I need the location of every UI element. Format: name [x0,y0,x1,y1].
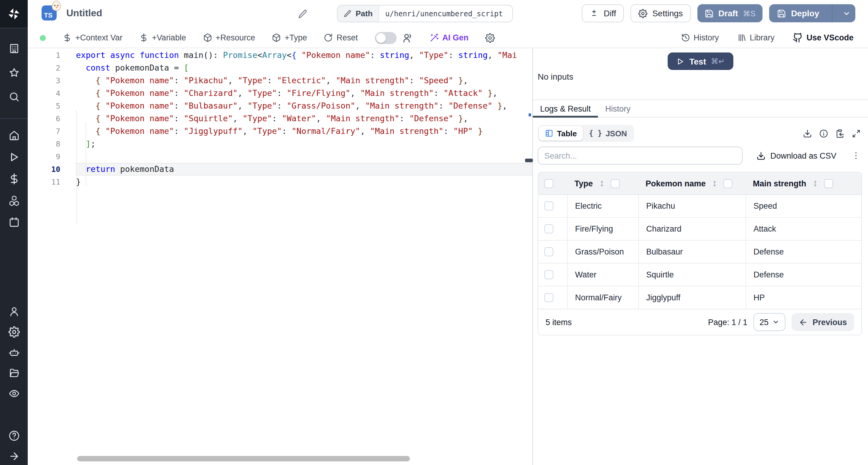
sidebar-item-search[interactable] [0,84,28,109]
table-cell: Defense [746,264,861,286]
download-icon[interactable] [803,129,812,138]
row-checkbox[interactable] [544,247,553,256]
add-variable-button[interactable]: +Variable [139,33,186,42]
sidebar-item-help[interactable] [0,425,28,446]
sidebar-item-favorites[interactable] [0,60,28,84]
code-line-2[interactable]: 2 const pokemonData = [ [28,61,532,74]
add-resource-button[interactable]: +Resource [203,33,255,42]
info-icon[interactable] [819,129,828,138]
sidebar-item-expand-sidebar[interactable] [0,446,28,465]
ai-gen-button[interactable]: AI Gen [430,33,468,42]
diff-button[interactable]: Diff [582,4,624,22]
column-filter-toggle[interactable] [610,179,619,188]
ai-gen-label: AI Gen [442,33,468,42]
sidebar-item-workspace[interactable] [0,36,28,60]
code-line-11[interactable]: 11} [28,175,532,188]
edit-title-icon[interactable] [298,9,307,19]
toolbar-right: History Library Use VScode [681,33,854,43]
dollar-icon [139,33,148,42]
header-actions: Diff Settings Draft ⌘S Deploy [582,4,855,22]
table-cell: Bulbasaur [638,241,746,263]
indent-guide [86,122,86,186]
play-icon [8,151,20,163]
select-all-checkbox[interactable] [544,179,553,188]
editor-settings-icon[interactable] [485,33,495,42]
sidebar-item-audit-logs[interactable] [0,383,28,404]
panel-resize-handle[interactable] [525,158,533,162]
row-checkbox[interactable] [544,201,553,210]
sidebar-item-variables[interactable] [0,168,28,190]
table-row[interactable]: ElectricPikachuSpeed [538,195,861,218]
code-editor[interactable]: 1export async function main(): Promise<A… [28,48,532,465]
code-line-7[interactable]: 7 { "Pokemon name": "Jigglypuff", "Type"… [28,125,532,138]
search-input[interactable] [538,147,743,165]
app-logo[interactable] [0,0,28,28]
deploy-main[interactable]: Deploy [770,4,827,22]
expand-icon[interactable] [852,129,861,138]
row-checkbox[interactable] [544,224,553,233]
column-filter-toggle[interactable] [824,179,833,188]
add-type-button[interactable]: +Type [272,33,307,42]
view-table-button[interactable]: Table [539,126,583,141]
sidebar-item-folders[interactable] [0,362,28,383]
library-button[interactable]: Library [737,33,775,42]
header: TS Untitled Path u/henri/unencumbered_sc… [28,0,868,28]
view-table-label: Table [557,129,577,138]
add-context-var-button[interactable]: +Context Var [63,33,122,42]
reset-button[interactable]: Reset [324,33,358,42]
view-json-button[interactable]: { } JSON [583,126,633,141]
sidebar-item-settings[interactable] [0,321,28,342]
settings-button[interactable]: Settings [630,4,690,22]
code-line-5[interactable]: 5 { "Pokemon name": "Bulbasaur", "Type":… [28,99,532,112]
sort-icon[interactable] [811,179,819,187]
table-row[interactable]: Fire/FlyingCharizardAttack [538,218,861,241]
deploy-button[interactable]: Deploy [770,4,855,22]
tab-logs-result[interactable]: Logs & Result [533,100,598,117]
line-number: 6 [28,114,76,123]
sidebar-item-users[interactable] [0,301,28,321]
row-checkbox[interactable] [544,270,553,279]
draft-button[interactable]: Draft ⌘S [698,4,763,22]
more-options-icon[interactable] [851,151,861,161]
code-line-1[interactable]: 1export async function main(): Promise<A… [28,49,532,61]
editor-toolbar: +Context Var +Variable +Resource +Type R… [28,28,868,48]
code-line-8[interactable]: 8 ]; [28,138,532,150]
github-icon [793,33,803,43]
page-size-select[interactable]: 25 [753,313,785,331]
code-line-4[interactable]: 4 { "Pokemon name": "Charizard", "Type":… [28,87,532,99]
test-button[interactable]: Test ⌘↵ [668,53,733,70]
sidebar-item-home[interactable] [0,124,28,146]
previous-page-button[interactable]: Previous [792,313,854,331]
code-line-6[interactable]: 6 { "Pokemon name": "Squirtle", "Type": … [28,112,532,125]
path-field[interactable]: Path u/henri/unencumbered_script [337,5,513,22]
code-line-9[interactable]: 9 [28,150,532,163]
sort-icon[interactable] [711,179,718,187]
copy-to-clipboard-icon[interactable] [835,129,844,138]
table-row[interactable]: Grass/PoisonBulbasaurDefense [538,241,861,264]
code-line-10[interactable]: 10 return pokemonData [28,163,532,175]
code-line-3[interactable]: 3 { "Pokemon name": "Pikachu", "Type": "… [28,74,532,87]
sidebar-item-resources[interactable] [0,190,28,211]
deploy-label: Deploy [791,8,819,18]
tab-history[interactable]: History [598,100,638,117]
column-filter-toggle[interactable] [723,179,733,188]
row-checkbox[interactable] [544,293,553,302]
use-vscode-button[interactable]: Use VScode [793,33,854,43]
boxes-icon [8,195,20,206]
result-table: TypePokemon nameMain strength ElectricPi… [538,172,862,335]
sidebar-item-schedules[interactable] [0,211,28,233]
horizontal-scrollbar[interactable] [77,456,410,461]
sort-icon[interactable] [598,179,606,187]
deploy-dropdown-button[interactable] [837,4,855,22]
table-row[interactable]: WaterSquirtleDefense [538,264,861,287]
table-row[interactable]: Normal/FairyJigglypuffHP [538,287,861,309]
pagination: Page: 1 / 1 25 Previous [708,313,854,331]
sidebar-item-workers[interactable] [0,342,28,362]
history-label: History [693,33,719,42]
diff-icon [590,9,599,18]
multiplayer-toggle[interactable] [375,32,396,44]
download-csv-button[interactable]: Download as CSV [756,151,836,160]
history-button[interactable]: History [681,33,719,42]
column-header-main-strength: Main strength [746,179,861,188]
sidebar-item-runs[interactable] [0,146,28,168]
